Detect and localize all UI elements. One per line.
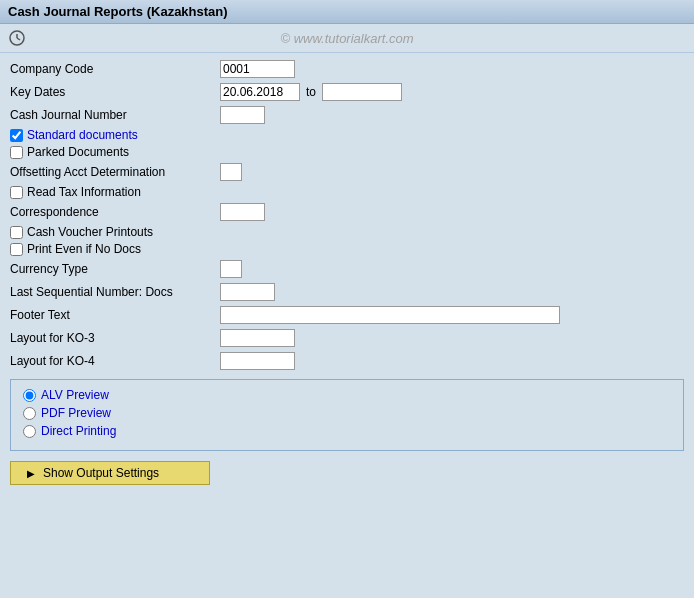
correspondence-row: Correspondence	[10, 202, 684, 222]
currency-type-label: Currency Type	[10, 262, 220, 276]
company-code-row: Company Code	[10, 59, 684, 79]
show-output-label: Show Output Settings	[43, 466, 159, 480]
output-section: ALV Preview PDF Preview Direct Printing	[10, 379, 684, 451]
company-code-input[interactable]	[220, 60, 295, 78]
last-seq-label: Last Sequential Number: Docs	[10, 285, 220, 299]
title-text: Cash Journal Reports (Kazakhstan)	[8, 4, 228, 19]
last-seq-row: Last Sequential Number: Docs	[10, 282, 684, 302]
correspondence-input[interactable]	[220, 203, 265, 221]
form-section: Company Code Key Dates to Cash Journal N…	[10, 59, 684, 371]
footer-text-label: Footer Text	[10, 308, 220, 322]
pdf-preview-radio[interactable]	[23, 407, 36, 420]
layout-ko4-label: Layout for KO-4	[10, 354, 220, 368]
show-output-icon: ▶	[27, 468, 35, 479]
offsetting-acct-row: Offsetting Acct Determination	[10, 162, 684, 182]
currency-type-row: Currency Type	[10, 259, 684, 279]
key-dates-from-input[interactable]	[220, 83, 300, 101]
cash-voucher-checkbox[interactable]	[10, 226, 23, 239]
svg-line-2	[17, 38, 20, 40]
footer-text-input[interactable]	[220, 306, 560, 324]
print-even-checkbox[interactable]	[10, 243, 23, 256]
to-label: to	[306, 85, 316, 99]
layout-ko4-row: Layout for KO-4	[10, 351, 684, 371]
key-dates-row: Key Dates to	[10, 82, 684, 102]
alv-preview-label: ALV Preview	[41, 388, 109, 402]
offsetting-acct-input[interactable]	[220, 163, 242, 181]
last-seq-input[interactable]	[220, 283, 275, 301]
cash-journal-number-label: Cash Journal Number	[10, 108, 220, 122]
standard-documents-row: Standard documents	[10, 128, 684, 142]
show-output-settings-button[interactable]: ▶ Show Output Settings	[10, 461, 210, 485]
print-even-row: Print Even if No Docs	[10, 242, 684, 256]
layout-ko3-input[interactable]	[220, 329, 295, 347]
main-content: Company Code Key Dates to Cash Journal N…	[0, 53, 694, 596]
cash-journal-number-row: Cash Journal Number	[10, 105, 684, 125]
layout-ko3-row: Layout for KO-3	[10, 328, 684, 348]
read-tax-info-checkbox[interactable]	[10, 186, 23, 199]
correspondence-label: Correspondence	[10, 205, 220, 219]
cash-journal-number-input[interactable]	[220, 106, 265, 124]
pdf-preview-row: PDF Preview	[23, 406, 671, 420]
company-code-label: Company Code	[10, 62, 220, 76]
layout-ko4-input[interactable]	[220, 352, 295, 370]
currency-type-input[interactable]	[220, 260, 242, 278]
cash-voucher-row: Cash Voucher Printouts	[10, 225, 684, 239]
key-dates-to-input[interactable]	[322, 83, 402, 101]
key-dates-label: Key Dates	[10, 85, 220, 99]
toolbar: © www.tutorialkart.com	[0, 24, 694, 53]
layout-ko3-label: Layout for KO-3	[10, 331, 220, 345]
alv-preview-radio[interactable]	[23, 389, 36, 402]
read-tax-info-label: Read Tax Information	[27, 185, 141, 199]
print-even-label: Print Even if No Docs	[27, 242, 141, 256]
standard-documents-checkbox[interactable]	[10, 129, 23, 142]
watermark: © www.tutorialkart.com	[280, 31, 413, 46]
parked-documents-checkbox[interactable]	[10, 146, 23, 159]
footer-text-row: Footer Text	[10, 305, 684, 325]
title-bar: Cash Journal Reports (Kazakhstan)	[0, 0, 694, 24]
read-tax-info-row: Read Tax Information	[10, 185, 684, 199]
direct-printing-label: Direct Printing	[41, 424, 116, 438]
parked-documents-row: Parked Documents	[10, 145, 684, 159]
cash-voucher-label: Cash Voucher Printouts	[27, 225, 153, 239]
standard-documents-label: Standard documents	[27, 128, 138, 142]
alv-preview-row: ALV Preview	[23, 388, 671, 402]
offsetting-acct-label: Offsetting Acct Determination	[10, 165, 220, 179]
clock-icon[interactable]	[6, 27, 28, 49]
parked-documents-label: Parked Documents	[27, 145, 129, 159]
pdf-preview-label: PDF Preview	[41, 406, 111, 420]
direct-printing-radio[interactable]	[23, 425, 36, 438]
direct-printing-row: Direct Printing	[23, 424, 671, 438]
